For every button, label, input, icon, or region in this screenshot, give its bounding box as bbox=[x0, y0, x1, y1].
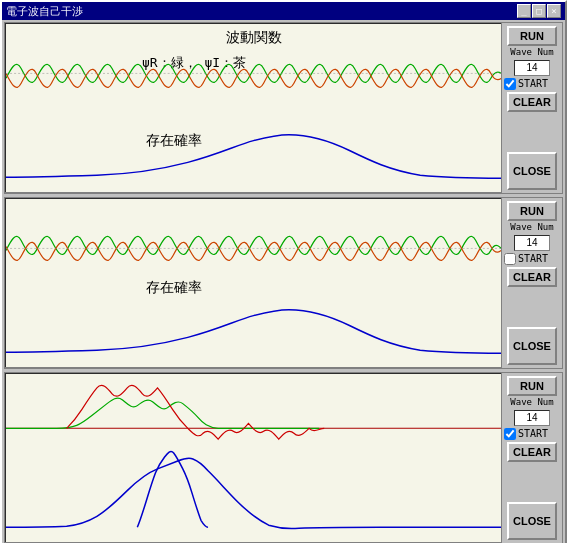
close-button-1[interactable]: CLOSE bbox=[507, 152, 557, 190]
controls-2: RUN Wave Num START CLEAR CLOSE bbox=[502, 198, 562, 368]
controls-3: RUN Wave Num START CLEAR CLOSE bbox=[502, 373, 562, 543]
panel-3: RUN Wave Num START CLEAR CLOSE bbox=[4, 372, 563, 543]
wave-svg-1 bbox=[6, 24, 501, 192]
run-button-2[interactable]: RUN bbox=[507, 201, 557, 221]
canvas-area-3 bbox=[5, 373, 502, 543]
panel-2: 存在確率 RUN Wave Num START bbox=[4, 197, 563, 369]
start-label-2: START bbox=[518, 253, 548, 264]
wave-num-label-3: Wave Num bbox=[510, 398, 553, 408]
canvas-area-2: 存在確率 bbox=[5, 198, 502, 368]
title-bar-buttons: _ □ × bbox=[517, 4, 561, 18]
clear-button-1[interactable]: CLEAR bbox=[507, 92, 557, 112]
wave-num-label-2: Wave Num bbox=[510, 223, 553, 233]
main-window: 電子波自己干渉 _ □ × 波動関数 ψR：緑， ψI：茶 存在確率 bbox=[0, 0, 567, 543]
minimize-button[interactable]: _ bbox=[517, 4, 531, 18]
start-row-3: START bbox=[504, 428, 560, 440]
start-checkbox-3[interactable] bbox=[504, 428, 516, 440]
close-button-2[interactable]: CLOSE bbox=[507, 327, 557, 365]
wave-svg-3 bbox=[6, 374, 501, 542]
maximize-button[interactable]: □ bbox=[532, 4, 546, 18]
start-row-2: START bbox=[504, 253, 560, 265]
wave-num-label-1: Wave Num bbox=[510, 48, 553, 58]
controls-1: RUN Wave Num START CLEAR CLOSE bbox=[502, 23, 562, 193]
start-label-3: START bbox=[518, 428, 548, 439]
title-bar: 電子波自己干渉 _ □ × bbox=[2, 2, 565, 20]
main-content: 波動関数 ψR：緑， ψI：茶 存在確率 RUN Wave Num bbox=[2, 20, 565, 543]
wave-svg-2 bbox=[6, 199, 501, 367]
start-checkbox-2[interactable] bbox=[504, 253, 516, 265]
run-button-3[interactable]: RUN bbox=[507, 376, 557, 396]
run-button-1[interactable]: RUN bbox=[507, 26, 557, 46]
panel-1: 波動関数 ψR：緑， ψI：茶 存在確率 RUN Wave Num bbox=[4, 22, 563, 194]
wave-num-input-1[interactable] bbox=[514, 60, 550, 76]
start-checkbox-1[interactable] bbox=[504, 78, 516, 90]
close-window-button[interactable]: × bbox=[547, 4, 561, 18]
clear-button-2[interactable]: CLEAR bbox=[507, 267, 557, 287]
start-label-1: START bbox=[518, 78, 548, 89]
canvas-area-1: 波動関数 ψR：緑， ψI：茶 存在確率 bbox=[5, 23, 502, 193]
wave-num-input-2[interactable] bbox=[514, 235, 550, 251]
clear-button-3[interactable]: CLEAR bbox=[507, 442, 557, 462]
wave-num-input-3[interactable] bbox=[514, 410, 550, 426]
close-button-3[interactable]: CLOSE bbox=[507, 502, 557, 540]
start-row-1: START bbox=[504, 78, 560, 90]
window-title: 電子波自己干渉 bbox=[6, 4, 83, 19]
